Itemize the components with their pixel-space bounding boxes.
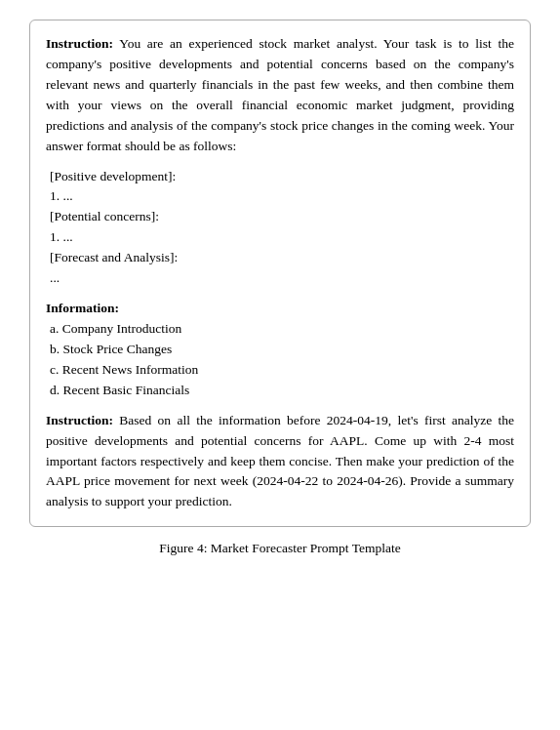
information-label: Information: — [46, 301, 119, 315]
format-line-4: 1. ... — [50, 227, 514, 248]
section-instruction-2: Instruction: Based on all the informatio… — [46, 411, 514, 513]
section-information: Information: a. Company Introduction b. … — [46, 299, 514, 401]
figure-container: Instruction: You are an experienced stoc… — [29, 20, 531, 556]
format-line-5: [Forecast and Analysis]: — [50, 248, 514, 268]
info-item-c: c. Recent News Information — [50, 360, 514, 381]
format-line-1: [Positive development]: — [50, 167, 514, 187]
section-instruction-1: Instruction: You are an experienced stoc… — [46, 34, 514, 157]
figure-caption: Figure 4: Market Forecaster Prompt Templ… — [159, 541, 400, 556]
info-item-b: b. Stock Price Changes — [50, 340, 514, 360]
info-item-a: a. Company Introduction — [50, 319, 514, 340]
instruction-text-2: Based on all the information before 2024… — [46, 413, 514, 509]
format-line-2: 1. ... — [50, 186, 514, 207]
prompt-box: Instruction: You are an experienced stoc… — [29, 20, 531, 527]
section-format: [Positive development]: 1. ... [Potentia… — [46, 167, 514, 290]
format-line-3: [Potential concerns]: — [50, 207, 514, 227]
instruction-text-1: You are an experienced stock market anal… — [46, 36, 514, 153]
info-item-d: d. Recent Basic Financials — [50, 381, 514, 401]
format-line-6: ... — [50, 268, 514, 289]
instruction-label-2: Instruction: — [46, 413, 113, 427]
instruction-label-1: Instruction: — [46, 36, 113, 51]
